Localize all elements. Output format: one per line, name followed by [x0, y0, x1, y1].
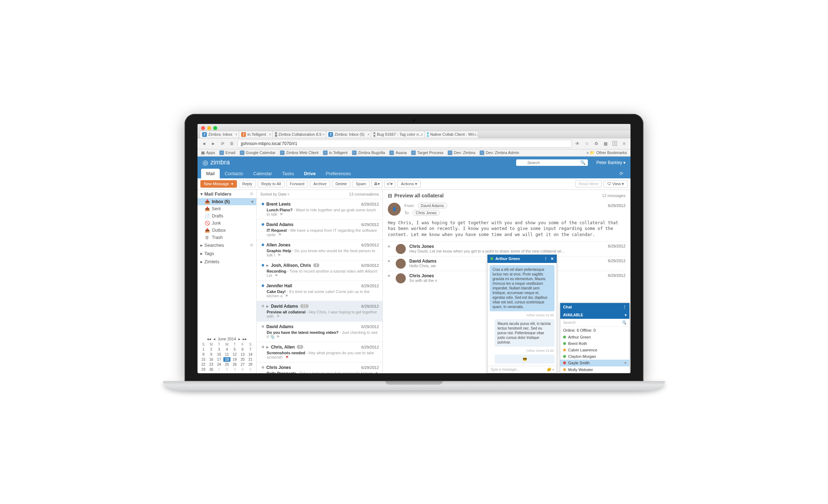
- calendar-day[interactable]: 8: [200, 352, 207, 357]
- flag-icon[interactable]: ⚑: [276, 314, 280, 318]
- chat-menu-icon[interactable]: ⋮: [544, 256, 548, 261]
- calendar-day[interactable]: 12: [231, 352, 238, 357]
- flag-icon[interactable]: ⚑: [285, 294, 289, 298]
- emoji-icon[interactable]: 😊 ▾: [547, 368, 554, 371]
- availability-selector[interactable]: AVAILABLE▾: [560, 311, 629, 319]
- calendar-day[interactable]: 23: [208, 362, 215, 367]
- folder-junk[interactable]: 🚫Junk: [198, 220, 256, 227]
- message-item[interactable]: ▶David Adams126/29/2012 Preview all coll…: [257, 301, 382, 322]
- calendar-day[interactable]: 5: [247, 367, 254, 372]
- browser-tab[interactable]: ●Bug 91667 - Tag color n…×: [371, 131, 425, 138]
- expand-icon[interactable]: ▶: [266, 264, 269, 267]
- calendar-day[interactable]: 26: [231, 362, 238, 367]
- calendar-day[interactable]: 3: [231, 367, 238, 372]
- url-input[interactable]: jjohnson-mbpro.local:7070/#1: [238, 140, 572, 148]
- gear-icon[interactable]: ⚙: [250, 243, 253, 248]
- archive-button[interactable]: Archive: [310, 180, 330, 187]
- search-icon[interactable]: 🔍: [580, 160, 586, 165]
- bookmark-item[interactable]: ·Target Process: [411, 150, 443, 155]
- roster-item[interactable]: Molly Webster: [560, 366, 629, 373]
- folder-trash[interactable]: 🗑Trash: [198, 234, 256, 241]
- calendar-day[interactable]: 18: [223, 357, 231, 362]
- star-icon[interactable]: ☆: [583, 141, 590, 146]
- cal-prev-year[interactable]: ◂◂: [207, 337, 211, 341]
- to-chip[interactable]: Chris Jones: [413, 210, 440, 216]
- ext-icon[interactable]: ▦: [602, 141, 609, 146]
- bookmark-item[interactable]: ·Email: [219, 150, 235, 155]
- menu-icon[interactable]: ≡: [620, 141, 628, 146]
- browser-tab[interactable]: >Zimbra Collaboration 8.5×: [272, 131, 326, 138]
- chat-close-icon[interactable]: ✕: [551, 256, 554, 261]
- searches-header[interactable]: ▸ Searches⚙: [198, 241, 256, 249]
- tab-close-icon[interactable]: ×: [269, 133, 271, 136]
- message-item[interactable]: ▶Josh, Allison, Chris36/29/2012 Recordin…: [257, 260, 382, 281]
- calendar-day[interactable]: 15: [200, 357, 207, 362]
- calendar-day[interactable]: 5: [231, 347, 238, 352]
- close-dot[interactable]: [201, 126, 205, 130]
- message-item[interactable]: David Adams6/29/2012 IT Request · We hav…: [257, 220, 382, 240]
- tab-drive[interactable]: Drive: [299, 169, 321, 178]
- from-chip[interactable]: David Adams: [418, 203, 447, 208]
- user-menu[interactable]: Peter Barkley ▾: [596, 160, 625, 165]
- chat-input[interactable]: Type a message...😊 ▾: [487, 366, 557, 373]
- calendar-day[interactable]: 6: [239, 347, 246, 352]
- roster-item[interactable]: Gayle Smith▾: [560, 360, 629, 366]
- calendar-day[interactable]: 21: [247, 357, 254, 362]
- bookmark-item[interactable]: ·Dev: Zimbra Admin: [480, 150, 519, 155]
- roster-item[interactable]: Clayton Morgan: [560, 353, 629, 360]
- bookmark-item[interactable]: ·Dev: Zimbra: [448, 150, 475, 155]
- flag-icon[interactable]: ⚑: [275, 273, 278, 278]
- minimize-dot[interactable]: [207, 126, 211, 130]
- mail-scope-icon[interactable]: ✉ ▾: [518, 160, 525, 165]
- print-button[interactable]: 🖶▾: [371, 180, 382, 188]
- cal-next-month[interactable]: ▸: [238, 337, 241, 341]
- calendar-day[interactable]: 14: [247, 352, 254, 357]
- new-message-button[interactable]: New Message ▾: [200, 180, 237, 188]
- cal-next-year[interactable]: ▸▸: [243, 337, 247, 341]
- message-item[interactable]: Jennifer Hall6/29/2012 Cake Day! · It's …: [257, 281, 382, 301]
- search-input[interactable]: [527, 160, 578, 165]
- zoom-dot[interactable]: [213, 126, 217, 130]
- tab-close-icon[interactable]: ×: [235, 133, 237, 136]
- calendar-day[interactable]: 13: [239, 352, 246, 357]
- folder-drafts[interactable]: 📄Drafts: [198, 212, 256, 220]
- refresh-icon[interactable]: ⟳: [616, 169, 627, 178]
- search-box[interactable]: ✉ ▾ 🔍: [516, 159, 588, 166]
- read-more-button[interactable]: Read More: [575, 180, 602, 187]
- roster-search[interactable]: Search🔍: [560, 319, 629, 327]
- apps-button[interactable]: ▦ Apps: [201, 150, 215, 155]
- calendar-day[interactable]: 25: [223, 362, 231, 367]
- folder-inbox[interactable]: 📥Inbox (5)▾: [198, 198, 256, 205]
- message-item[interactable]: Allen Jones6/29/2012 Graphic Help · Do y…: [257, 240, 382, 260]
- delete-button[interactable]: Delete: [332, 180, 351, 187]
- bookmark-item[interactable]: ·Zimbra Bugzilla: [352, 150, 385, 155]
- reply-all-button[interactable]: Reply to All: [258, 180, 285, 187]
- calendar-day[interactable]: 19: [231, 357, 238, 362]
- expand-icon[interactable]: ▶: [266, 304, 269, 308]
- expand-icon[interactable]: ▶: [266, 345, 269, 349]
- flag-icon[interactable]: ⚑: [375, 371, 379, 373]
- tag-button[interactable]: 🏷▾: [384, 180, 395, 188]
- browser-tab[interactable]: ZZimbra: Inbox×: [200, 131, 239, 138]
- calendar-day[interactable]: 4: [223, 347, 231, 352]
- flag-icon[interactable]: ⚑: [285, 355, 289, 359]
- tab-close-icon[interactable]: ×: [322, 133, 324, 136]
- calendar-day[interactable]: 27: [239, 362, 246, 367]
- roster-item[interactable]: Arthur Green: [560, 334, 629, 340]
- calendar-day[interactable]: 2: [208, 347, 215, 352]
- calendar-day[interactable]: 24: [215, 362, 223, 367]
- tab-contacts[interactable]: Contacts: [220, 169, 248, 178]
- browser-tab[interactable]: Zin.Telligent×: [239, 131, 273, 138]
- bookmark-item[interactable]: ·Asana: [389, 150, 406, 155]
- browser-tab[interactable]: aNative Collab Client - Wri…×: [424, 131, 478, 138]
- view-button[interactable]: 🗨 View ▾: [604, 180, 628, 188]
- message-item[interactable]: Brent Lewis6/29/2012 Lunch Plans? · Want…: [257, 199, 382, 220]
- calendar-day[interactable]: 7: [247, 347, 254, 352]
- ext2-icon[interactable]: 🅂: [611, 141, 618, 146]
- chat-menu-icon[interactable]: ⋮: [623, 305, 627, 309]
- zimlets-header[interactable]: ▸ Zimlets: [198, 258, 256, 266]
- calendar-day[interactable]: 16: [208, 357, 215, 362]
- calendar-day[interactable]: 1: [200, 347, 207, 352]
- tab-close-icon[interactable]: ×: [421, 133, 423, 136]
- cal-prev-month[interactable]: ◂: [213, 337, 215, 341]
